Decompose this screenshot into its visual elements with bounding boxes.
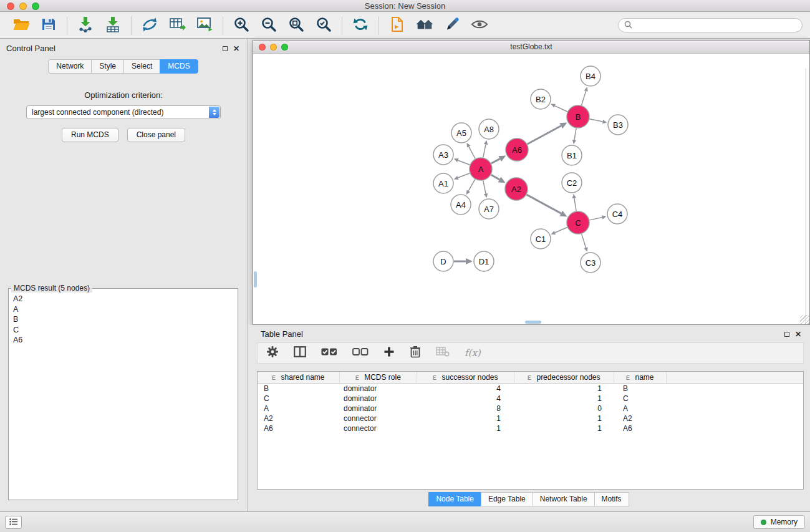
edge-A-A7[interactable] (483, 181, 486, 194)
network-node-B3[interactable]: B3 (608, 115, 628, 135)
import-table-from-file-button[interactable] (99, 14, 127, 37)
edge-A-A1[interactable] (458, 173, 470, 178)
tab-style[interactable]: Style (91, 59, 124, 74)
network-node-C3[interactable]: C3 (581, 253, 600, 273)
edge-A2-C[interactable] (527, 195, 561, 213)
float-panel-icon[interactable] (223, 46, 228, 51)
memory-button[interactable]: Memory (753, 515, 805, 529)
network-node-A3[interactable]: A3 (433, 145, 453, 165)
table-row[interactable]: Adominator80A (258, 404, 803, 414)
mcds-result-item[interactable]: A (9, 304, 238, 315)
network-node-C1[interactable]: C1 (531, 229, 551, 249)
network-node-D1[interactable]: D1 (474, 251, 494, 271)
edge-B-B4[interactable] (582, 91, 586, 105)
vertical-scroll-thumb[interactable] (254, 271, 257, 288)
search-input[interactable] (636, 21, 796, 30)
home-view-button[interactable] (411, 14, 438, 37)
edge-B-B1[interactable] (574, 128, 576, 140)
deselect-all-rows-icon[interactable] (352, 347, 369, 359)
show-columns-icon[interactable] (294, 346, 306, 360)
tab-node-table[interactable]: Node Table (428, 492, 481, 506)
network-window-titlebar[interactable]: testGlobe.txt (253, 41, 809, 54)
network-node-A4[interactable]: A4 (451, 195, 471, 215)
network-node-A7[interactable]: A7 (479, 199, 499, 219)
zoom-selected-button[interactable] (310, 14, 337, 37)
mcds-result-item[interactable]: A6 (9, 335, 238, 346)
network-node-B4[interactable]: B4 (581, 66, 600, 86)
run-mcds-button[interactable]: Run MCDS (62, 128, 118, 142)
add-row-icon[interactable] (383, 346, 395, 360)
import-network-from-url-button[interactable] (136, 14, 163, 37)
tab-mcds[interactable]: MCDS (160, 59, 198, 74)
edge-C-C1[interactable] (555, 228, 567, 233)
column-header-predecessor-nodes[interactable]: predecessor nodes (514, 372, 614, 383)
network-node-C2[interactable]: C2 (562, 173, 582, 193)
tab-motifs[interactable]: Motifs (594, 492, 629, 506)
network-node-C4[interactable]: C4 (607, 204, 627, 224)
zoom-out-button[interactable] (255, 14, 282, 37)
edge-B-B3[interactable] (590, 119, 603, 122)
network-node-A8[interactable]: A8 (479, 119, 499, 139)
column-header-successor-nodes[interactable]: successor nodes (417, 372, 514, 383)
network-node-C[interactable]: C (567, 211, 589, 234)
import-network-from-file-button[interactable] (72, 14, 99, 37)
edge-A-A5[interactable] (469, 147, 475, 158)
resize-grip[interactable] (800, 315, 809, 324)
network-maximize-button[interactable] (281, 44, 288, 51)
network-node-A6[interactable]: A6 (506, 138, 528, 161)
edge-B-B2[interactable] (555, 106, 567, 112)
close-table-panel-icon[interactable]: ✕ (795, 332, 801, 337)
network-node-B2[interactable]: B2 (531, 89, 551, 109)
function-builder-icon[interactable]: f(x) (465, 347, 481, 359)
annotation-pen-button[interactable] (438, 14, 466, 37)
table-row[interactable]: A6connector11A6 (258, 423, 803, 433)
zoom-fit-content-button[interactable] (282, 14, 310, 37)
tab-select[interactable]: Select (123, 59, 160, 74)
delete-table-icon[interactable] (436, 347, 450, 359)
panel-list-button[interactable] (5, 516, 22, 529)
new-network-table-button[interactable] (163, 14, 191, 37)
scrollbar-track[interactable] (805, 68, 809, 324)
delete-rows-icon[interactable] (410, 346, 421, 360)
refresh-network-view-button[interactable] (347, 14, 374, 37)
edge-A-A2[interactable] (491, 175, 499, 180)
search-box[interactable] (618, 18, 803, 32)
mcds-result-item[interactable]: B (9, 314, 238, 325)
clone-network-button[interactable] (383, 14, 411, 37)
edge-A-A3[interactable] (458, 160, 470, 165)
network-node-D[interactable]: D (433, 251, 453, 271)
table-row[interactable]: Cdominator41C (258, 394, 803, 404)
tab-network-table[interactable]: Network Table (533, 492, 595, 506)
network-node-A5[interactable]: A5 (451, 123, 471, 143)
export-image-button[interactable] (191, 14, 218, 37)
mcds-result-item[interactable]: A2 (9, 294, 238, 304)
network-canvas[interactable]: B4B2BB3A8A5A6A3B1AC2A1A2A4A7C4CC1DD1C3 (253, 54, 809, 324)
minimize-window-button[interactable] (19, 2, 27, 10)
network-node-A1[interactable]: A1 (433, 173, 453, 193)
network-close-button[interactable] (259, 44, 266, 51)
network-node-B[interactable]: B (567, 105, 589, 128)
mcds-result-item[interactable]: C (9, 325, 238, 336)
network-node-A2[interactable]: A2 (505, 178, 528, 200)
edge-A-A8[interactable] (483, 144, 486, 157)
column-header-MCDS-role[interactable]: MCDS role (340, 372, 417, 383)
column-header-name[interactable]: name (614, 372, 667, 383)
close-panel-icon[interactable]: ✕ (233, 46, 239, 51)
tab-network[interactable]: Network (48, 59, 92, 74)
open-session-button[interactable] (7, 14, 35, 37)
network-minimize-button[interactable] (270, 44, 277, 51)
maximize-window-button[interactable] (32, 2, 39, 10)
optimization-criterion-dropdown[interactable]: largest connected component (directed) (26, 105, 221, 119)
close-panel-button[interactable]: Close panel (127, 128, 185, 142)
zoom-in-button[interactable] (228, 14, 255, 37)
save-session-button[interactable] (35, 14, 62, 37)
column-header-shared-name[interactable]: shared name (258, 372, 340, 383)
table-row[interactable]: Bdominator41B (258, 384, 803, 394)
close-window-button[interactable] (7, 2, 14, 10)
float-table-panel-icon[interactable] (784, 332, 789, 337)
edge-A-A6[interactable] (491, 159, 500, 163)
show-graphics-details-button[interactable] (466, 14, 493, 37)
edge-C-C4[interactable] (590, 217, 602, 220)
network-node-B1[interactable]: B1 (562, 145, 582, 165)
table-row[interactable]: A2connector11A2 (258, 414, 803, 423)
